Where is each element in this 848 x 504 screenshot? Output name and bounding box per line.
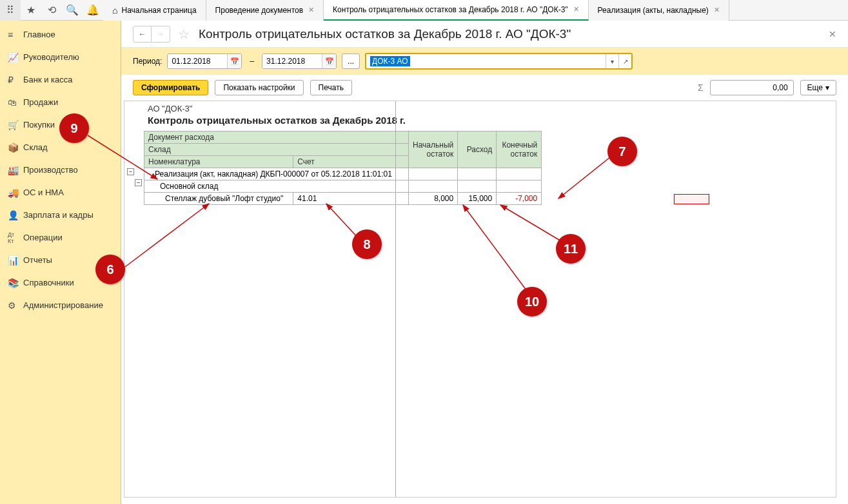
col-doc: Документ расхода (144, 131, 409, 144)
expand-toggle[interactable]: − (135, 177, 142, 186)
sidebar-label: ОС и НМА (23, 188, 64, 197)
calendar-icon[interactable]: 📅 (322, 54, 336, 68)
period-picker-button[interactable]: ... (342, 53, 360, 69)
factory-icon: 🏭 (8, 165, 23, 175)
menu-icon: ≡ (8, 30, 23, 40)
gear-icon: ⚙ (8, 300, 23, 311)
apps-icon[interactable]: ⠿ (0, 0, 21, 21)
calendar-icon[interactable]: 📅 (227, 54, 241, 68)
sidebar-label: Главное (23, 30, 55, 39)
table-row-item[interactable]: Стеллаж дубовый "Лофт студио" 41.01 8,00… (144, 193, 542, 205)
sidebar-item-sales[interactable]: 🛍Продажи (0, 91, 121, 113)
col-nomen: Номенклатура (144, 156, 293, 168)
sidebar-item-admin[interactable]: ⚙Администрирование (0, 294, 121, 316)
report-area: АО "ДОК-3" Контроль отрицательных остатк… (121, 101, 848, 504)
sidebar-item-manager[interactable]: 📈Руководителю (0, 46, 121, 68)
col-nach: Начальный остаток (409, 131, 458, 168)
sidebar-label: Справочники (23, 278, 74, 287)
action-bar: Сформировать Показать настройки Печать Σ… (121, 75, 848, 101)
close-page-button[interactable]: ✕ (829, 29, 836, 39)
cell-nomen: Стеллаж дубовый "Лофт студио" (144, 193, 293, 205)
sidebar-label: Банк и касса (23, 75, 73, 84)
cell-kon: -7,000 (497, 193, 542, 205)
sidebar-item-os-nma[interactable]: 🚚ОС и НМА (0, 181, 121, 204)
chevron-down-icon: ▾ (825, 83, 829, 92)
tabs: ⌂ Начальная страница Проведение документ… (103, 0, 729, 21)
print-button[interactable]: Печать (310, 80, 352, 95)
cart-icon: 🛒 (8, 120, 23, 130)
sidebar-label: Руководителю (23, 52, 79, 62)
table-row-doc[interactable]: Реализация (акт, накладная) ДКБП-000007 … (144, 168, 542, 180)
close-icon[interactable]: ✕ (714, 6, 720, 14)
sidebar-item-warehouse[interactable]: 📦Склад (0, 136, 121, 159)
tab-documents[interactable]: Проведение документов ✕ (206, 0, 324, 21)
favorite-button[interactable]: ☆ (178, 26, 190, 42)
close-icon[interactable]: ✕ (308, 6, 314, 14)
tab-home[interactable]: ⌂ Начальная страница (103, 0, 206, 21)
open-icon[interactable]: ↗ (618, 54, 631, 68)
forward-button[interactable]: → (152, 26, 170, 42)
box-icon: 📦 (8, 142, 23, 153)
vertical-divider (395, 101, 396, 497)
callout-7: 7 (607, 137, 637, 166)
history-icon[interactable]: ⟲ (41, 0, 62, 21)
sidebar-label: Покупки (23, 120, 55, 130)
callout-10: 10 (517, 287, 547, 316)
tab-label: Проведение документов (215, 6, 304, 15)
report-org: АО "ДОК-3" (148, 104, 836, 113)
table-row-sklad[interactable]: Основной склад (144, 180, 542, 193)
org-input[interactable]: ДОК-3 АО (366, 54, 606, 68)
cell-sklad: Основной склад (144, 180, 409, 193)
sidebar-label: Производство (23, 165, 78, 175)
sidebar-item-salary[interactable]: 👤Зарплата и кадры (0, 204, 121, 226)
person-icon: 👤 (8, 210, 23, 220)
report-header: АО "ДОК-3" Контроль отрицательных остатк… (124, 101, 836, 131)
col-kon: Конечный остаток (497, 131, 542, 168)
sidebar-item-production[interactable]: 🏭Производство (0, 159, 121, 181)
sidebar-item-bank[interactable]: ₽Банк и касса (0, 68, 121, 91)
callout-6: 6 (95, 255, 125, 284)
period-label: Период: (133, 57, 162, 66)
books-icon: 📚 (8, 278, 23, 288)
callout-11: 11 (556, 234, 586, 264)
nav-arrows: ← → (133, 26, 170, 43)
date-to-input[interactable] (262, 54, 322, 68)
generate-button[interactable]: Сформировать (133, 80, 208, 95)
sidebar-label: Администрирование (23, 300, 103, 310)
report-table: Документ расхода Начальный остаток Расхо… (144, 131, 542, 205)
date-from-input[interactable] (168, 54, 227, 68)
home-icon: ⌂ (112, 5, 117, 15)
sidebar-item-main[interactable]: ≡Главное (0, 23, 121, 46)
cell-rashod: 15,000 (458, 193, 497, 205)
sidebar-label: Склад (23, 142, 48, 152)
close-icon[interactable]: ✕ (573, 5, 579, 14)
dropdown-icon[interactable]: ▾ (606, 54, 618, 68)
bell-icon[interactable]: 🔔 (83, 0, 103, 21)
org-select-wrap: ДОК-3 АО ▾ ↗ (365, 53, 633, 70)
cell-schet: 41.01 (293, 193, 409, 205)
callout-9: 9 (59, 113, 89, 143)
chart-icon: 📈 (8, 52, 23, 63)
sidebar-label: Отчеты (23, 255, 52, 265)
search-icon[interactable]: 🔍 (62, 0, 83, 21)
sigma-icon: Σ (698, 82, 704, 93)
filter-bar: Период: 📅 – 📅 ... ДОК-3 АО ▾ ↗ (121, 48, 848, 75)
tab-realization[interactable]: Реализация (акты, накладные) ✕ (589, 0, 729, 21)
show-settings-button[interactable]: Показать настройки (215, 80, 303, 95)
sidebar-item-operations[interactable]: ДтКтОперации (0, 226, 121, 249)
page-title: Контроль отрицательных остатков за Декаб… (199, 27, 571, 41)
back-button[interactable]: ← (133, 26, 152, 42)
more-button[interactable]: Еще ▾ (800, 80, 836, 95)
sum-input[interactable] (710, 80, 794, 95)
title-bar: ← → ☆ Контроль отрицательных остатков за… (121, 21, 848, 48)
tab-label: Контроль отрицательных остатков за Декаб… (333, 5, 568, 14)
col-sklad: Склад (144, 144, 409, 156)
ruble-icon: ₽ (8, 75, 23, 85)
main-area: ← → ☆ Контроль отрицательных остатков за… (121, 21, 848, 504)
col-rashod: Расход (458, 131, 497, 168)
sidebar-label: Операции (23, 233, 63, 242)
expand-toggle[interactable]: − (127, 166, 134, 175)
tab-control-neg[interactable]: Контроль отрицательных остатков за Декаб… (324, 0, 589, 21)
report-scroll[interactable]: АО "ДОК-3" Контроль отрицательных остатк… (124, 101, 836, 498)
star-icon[interactable]: ★ (21, 0, 41, 21)
